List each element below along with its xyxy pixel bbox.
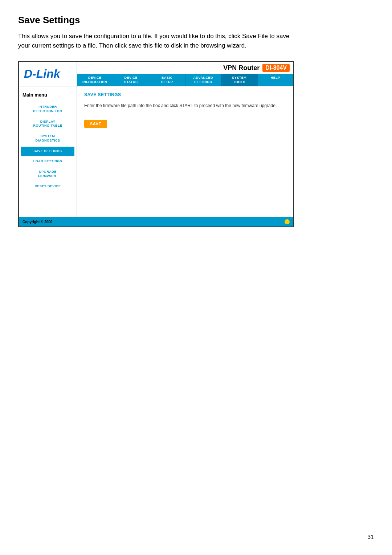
nav-tabs: DEVICEINFORMATION DEVICESTATUS BASICSETU… [77, 74, 293, 86]
router-ui: D-Link VPN Router DI-804V DEVICEINFORMAT… [18, 61, 294, 227]
sidebar-item-save-settings[interactable]: SAVE SETTINGS [21, 147, 74, 156]
sidebar-item-reset-device[interactable]: RESET DEVICE [21, 182, 74, 191]
router-footer: Copyright © 2000 [19, 217, 293, 227]
sidebar: Main menu INTRUDERDETECTION LOG DISPLAYR… [19, 86, 77, 217]
sidebar-item-upgrade-firmware[interactable]: UPGRADEFIRMWARE [21, 167, 74, 181]
tab-device-info[interactable]: DEVICEINFORMATION [77, 74, 113, 86]
router-header: D-Link VPN Router DI-804V DEVICEINFORMAT… [19, 62, 293, 86]
content-area: SAVE SETTINGS Enter the firmware file pa… [77, 86, 293, 217]
sidebar-item-system-diagnostics[interactable]: SYSTEMDIAGNOSTICS [21, 132, 74, 145]
header-right: VPN Router DI-804V DEVICEINFORMATION DEV… [77, 62, 293, 86]
page-description: This allows you to save the configuratio… [18, 32, 290, 50]
tab-advanced-settings[interactable]: ADVANCEDSETTINGS [185, 74, 222, 86]
tab-basic-setup[interactable]: BASICSETUP [149, 74, 185, 86]
router-body: Main menu INTRUDERDETECTION LOG DISPLAYR… [19, 86, 293, 217]
vpn-router-text: VPN Router [223, 64, 260, 72]
footer-copyright: Copyright © 2000 [23, 220, 52, 224]
model-badge: DI-804V [262, 64, 290, 72]
dlink-logo: D-Link [19, 62, 77, 86]
tab-system-tools[interactable]: SYSTEMTOOLS [221, 74, 258, 86]
router-model-bar: VPN Router DI-804V [77, 62, 293, 74]
dlink-logo-text: D-Link [24, 67, 60, 81]
page-number: 31 [367, 534, 374, 540]
content-section-title: SAVE SETTINGS [84, 92, 286, 97]
sidebar-item-intruder-detection[interactable]: INTRUDERDETECTION LOG [21, 102, 74, 116]
save-button[interactable]: Save [84, 120, 107, 128]
sidebar-main-menu-label: Main menu [19, 90, 77, 101]
tab-help[interactable]: HELP [258, 74, 294, 86]
sidebar-item-display-routing[interactable]: DISPLAYROUTING TABLE [21, 117, 74, 131]
page-title: Save Settings [18, 15, 374, 26]
footer-status-dot [285, 219, 290, 224]
content-description: Enter the firmware file path into the bo… [84, 102, 286, 109]
sidebar-item-load-settings[interactable]: LOAD SETTINGS [21, 157, 74, 166]
tab-device-status[interactable]: DEVICESTATUS [113, 74, 150, 86]
